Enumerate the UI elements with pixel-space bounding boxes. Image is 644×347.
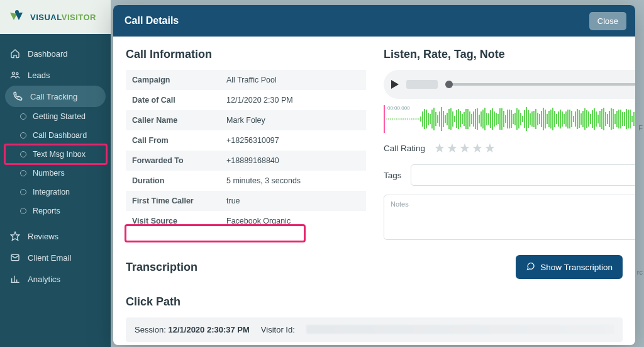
info-key: Caller Name: [126, 110, 220, 130]
call-information-panel: Call Information CampaignAll Traffic Poo…: [126, 48, 366, 240]
svg-point-0: [15, 10, 19, 14]
bullet-icon: [20, 151, 26, 157]
nav-label: Leads: [28, 71, 50, 80]
subnav-label: Numbers: [33, 169, 65, 178]
logo-icon: [9, 10, 25, 24]
bar-chart-icon: [10, 274, 20, 284]
info-value: +18256310097: [220, 130, 366, 151]
home-icon: [10, 48, 20, 59]
show-transcription-label: Show Transcription: [540, 263, 613, 272]
info-value: 12/1/2020 2:30 PM: [220, 90, 366, 110]
rating-stars[interactable]: ★★★★★: [434, 140, 497, 156]
nav-reviews[interactable]: Reviews: [0, 225, 111, 247]
info-key: Duration: [126, 171, 220, 191]
waveform-time-label: 00:00.000: [387, 105, 410, 111]
nav-call-tracking[interactable]: Call Tracking: [5, 86, 106, 107]
info-value: Facebook Organic: [220, 211, 366, 231]
brand-logo[interactable]: VISUALVISITOR: [0, 0, 111, 34]
listen-panel: Listen, Rate, Tag, Note ⋮ 00:00.000 Call…: [384, 48, 635, 240]
people-icon: [10, 70, 20, 80]
info-row: Call From+18256310097: [126, 130, 366, 151]
brand-text: VISUALVISITOR: [30, 13, 96, 22]
info-key: Campaign: [126, 70, 220, 90]
nav-label: Client Email: [28, 253, 71, 263]
subnav-label: Integration: [33, 188, 70, 196]
info-value: Mark Foley: [220, 110, 366, 130]
info-value: +18889168840: [220, 151, 366, 171]
info-value: true: [220, 191, 366, 211]
subnav-getting-started[interactable]: Getting Started: [18, 107, 111, 126]
nav-analytics[interactable]: Analytics: [0, 268, 111, 290]
info-key: First Time Caller: [126, 191, 220, 211]
mail-icon: [10, 253, 20, 263]
subnav-reports[interactable]: Reports: [18, 202, 111, 220]
info-value: All Traffic Pool: [220, 70, 366, 90]
notes-textarea[interactable]: Notes: [384, 195, 635, 240]
info-row: Forwarded To+18889168840: [126, 151, 366, 171]
info-row: Date of Call12/1/2020 2:30 PM: [126, 90, 366, 110]
show-transcription-button[interactable]: Show Transcription: [516, 255, 623, 279]
svg-point-1: [12, 72, 14, 74]
svg-point-2: [16, 72, 18, 74]
nav-leads[interactable]: Leads: [0, 64, 111, 86]
nav-dashboard[interactable]: Dashboard: [0, 43, 111, 64]
modal-title: Call Details: [125, 15, 179, 26]
nav-client-email[interactable]: Client Email: [0, 247, 111, 268]
info-key: Visit Source: [126, 211, 220, 231]
nav-label: Reviews: [28, 232, 58, 241]
subnav-numbers[interactable]: Numbers: [18, 164, 111, 183]
sidebar: VISUALVISITOR Dashboard Leads Call Track…: [0, 0, 111, 347]
play-icon[interactable]: [391, 80, 399, 89]
bullet-icon: [20, 132, 26, 139]
subnav-label: Text Msg Inbox: [33, 150, 86, 159]
close-button[interactable]: Close: [589, 12, 626, 30]
info-row: First Time Callertrue: [126, 191, 366, 211]
visitor-id-label: Visitor Id:: [261, 325, 295, 334]
modal-header: Call Details Close: [113, 5, 635, 37]
modal-body[interactable]: Call Information CampaignAll Traffic Poo…: [113, 37, 635, 345]
call-details-modal: Call Details Close Call Information Camp…: [113, 5, 635, 345]
call-information-heading: Call Information: [126, 48, 366, 61]
chat-icon: [526, 261, 535, 273]
nav: Dashboard Leads Call Tracking Getting St…: [0, 34, 111, 290]
audio-scrubber[interactable]: [445, 83, 635, 86]
nav-label: Call Tracking: [30, 92, 77, 101]
transcription-heading: Transcription: [126, 261, 197, 274]
session-label: Session: 12/1/2020 2:30:37 PM: [135, 325, 250, 334]
visitor-id-redacted: [306, 325, 614, 334]
info-row: Visit SourceFacebook Organic: [126, 211, 366, 231]
svg-marker-3: [11, 232, 19, 240]
info-row: Caller NameMark Foley: [126, 110, 366, 130]
audio-time: [406, 80, 438, 89]
phone-icon: [13, 91, 23, 101]
listen-heading: Listen, Rate, Tag, Note: [384, 48, 635, 61]
bullet-icon: [20, 208, 26, 214]
info-key: Date of Call: [126, 90, 220, 110]
call-rating-label: Call Rating: [384, 144, 425, 153]
tags-label: Tags: [384, 171, 402, 180]
bullet-icon: [20, 113, 26, 120]
subnav-label: Call Dashboard: [33, 131, 87, 140]
info-key: Forwarded To: [126, 151, 220, 171]
audio-waveform[interactable]: 00:00.000: [384, 105, 635, 133]
subnav-text-msg-inbox[interactable]: Text Msg Inbox: [18, 145, 111, 164]
session-row: Session: 12/1/2020 2:30:37 PM Visitor Id…: [126, 317, 623, 342]
subnav-label: Reports: [33, 207, 60, 215]
tags-select[interactable]: [411, 164, 635, 186]
nav-label: Analytics: [28, 275, 60, 284]
star-icon: [10, 231, 20, 241]
info-row: Duration5 minutes, 3 seconds: [126, 171, 366, 191]
nav-label: Dashboard: [28, 49, 68, 59]
bullet-icon: [20, 189, 26, 195]
subnav-call-dashboard[interactable]: Call Dashboard: [18, 126, 111, 145]
subnav-integration[interactable]: Integration: [18, 183, 111, 202]
call-info-table: CampaignAll Traffic PoolDate of Call12/1…: [126, 70, 366, 231]
info-value: 5 minutes, 3 seconds: [220, 171, 366, 191]
nav-subgroup: Getting Started Call Dashboard Text Msg …: [0, 107, 111, 220]
subnav-label: Getting Started: [33, 112, 86, 121]
info-key: Call From: [126, 130, 220, 151]
info-row: CampaignAll Traffic Pool: [126, 70, 366, 90]
audio-player[interactable]: ⋮: [384, 70, 635, 99]
click-path-heading: Click Path: [126, 295, 623, 309]
bullet-icon: [20, 170, 26, 176]
